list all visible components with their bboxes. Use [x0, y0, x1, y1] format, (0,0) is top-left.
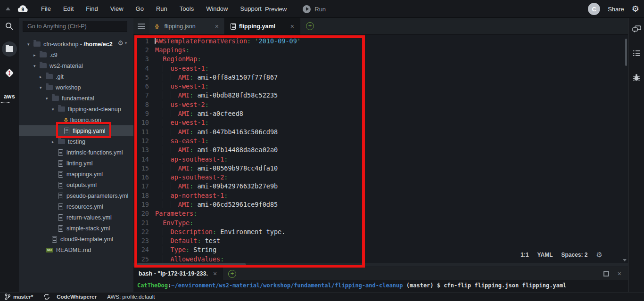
code-line-22[interactable]: 22 Description: Environment type.: [133, 227, 628, 236]
share-button[interactable]: Share: [608, 6, 624, 13]
tree-item-flipping-and-cleanup[interactable]: ▾flipping-and-cleanup: [19, 104, 133, 114]
tree-item-pseudo-parameters-yml[interactable]: pseudo-parameters.yml: [19, 190, 133, 201]
tree-item-c9[interactable]: ▸.c9: [19, 49, 133, 60]
code-line-13[interactable]: 13 AMI: ami-07b14488da8ea02a0: [133, 146, 628, 155]
code-line-11[interactable]: 11 AMI: ami-047bb4163c506cd98: [133, 127, 628, 136]
close-panel-icon[interactable]: ×: [618, 270, 621, 277]
collaborate-chat-icon[interactable]: [628, 25, 644, 33]
editor-settings-gear-icon[interactable]: ⚙: [596, 251, 603, 259]
cloud9-logo-icon[interactable]: 9: [17, 4, 28, 14]
new-tab-button[interactable]: +: [306, 22, 314, 30]
menu-tools[interactable]: Tools: [173, 0, 200, 18]
debugger-bug-icon[interactable]: [628, 73, 644, 81]
code-line-17[interactable]: 17 AMI: ami-09b42976632b27e9b: [133, 182, 628, 191]
tab-flipping-yaml[interactable]: flipping.yaml×: [225, 18, 300, 34]
chevron-down-icon[interactable]: ▾: [46, 96, 52, 101]
code-editor[interactable]: 1AWSTemplateFormatVersion: '2010-09-09'2…: [133, 35, 628, 263]
tree-item-simple-stack-yml[interactable]: simple-stack.yml: [19, 223, 133, 234]
menu-go[interactable]: Go: [130, 0, 150, 18]
file-explorer-icon[interactable]: [0, 41, 19, 57]
tree-item-flipping-yaml[interactable]: flipping.yaml: [19, 125, 133, 136]
code-line-9[interactable]: 9 AMI: ami-a0cfeed8: [133, 109, 628, 118]
codewhisperer-status[interactable]: CodeWhisperer: [43, 293, 97, 300]
git-branch-status[interactable]: master*: [5, 293, 33, 300]
code-line-15[interactable]: 15 AMI: ami-08569b978cc4dfa10: [133, 163, 628, 172]
tree-settings-gear-icon[interactable]: ⚙▾: [117, 39, 127, 47]
tab-flipping-json[interactable]: {}flipping.json×: [149, 18, 225, 34]
tree-item-intrinsic-functions-yml[interactable]: intrinsic-functions.yml: [19, 147, 133, 158]
code-line-7[interactable]: 7 AMI: ami-0bdb828fd58c52235: [133, 91, 628, 100]
close-icon[interactable]: ×: [208, 23, 219, 30]
indent-setting[interactable]: Spaces: 2: [561, 252, 588, 258]
chevron-right-icon[interactable]: ▸: [52, 139, 58, 144]
tree-item-git[interactable]: ▸.git: [19, 71, 133, 82]
avatar[interactable]: C: [588, 3, 600, 15]
collapse-menubar-icon[interactable]: [6, 7, 10, 10]
code-line-1[interactable]: 1AWSTemplateFormatVersion: '2010-09-09': [133, 36, 628, 45]
code-line-5[interactable]: 5 AMI: ami-0ff8a91507f77f867: [133, 73, 628, 81]
search-icon[interactable]: [0, 22, 19, 31]
chevron-down-icon[interactable]: ▾: [33, 64, 40, 68]
cursor-position[interactable]: 1:1: [520, 252, 528, 258]
chevron-right-icon[interactable]: ▸: [33, 53, 40, 57]
code-line-8[interactable]: 8 us-west-2:: [133, 100, 628, 109]
close-icon[interactable]: ×: [212, 270, 217, 277]
menu-support[interactable]: Support: [234, 0, 268, 18]
menu-window[interactable]: Window: [200, 0, 234, 18]
code-line-2[interactable]: 2Mappings:: [133, 45, 628, 54]
tree-item-testing[interactable]: ▸testing: [19, 136, 133, 147]
tree-item-mappings-yml[interactable]: mappings.yml: [19, 169, 133, 179]
menu-view[interactable]: View: [104, 0, 130, 18]
vertical-scrollbar[interactable]: [625, 39, 627, 66]
code-line-10[interactable]: 10 eu-west-1:: [133, 118, 628, 127]
code-line-23[interactable]: 23 Default: test: [133, 236, 628, 245]
horizontal-scrollbar-thumb[interactable]: [137, 263, 246, 266]
tree-item-cloud9-template-yml[interactable]: cloud9-template.yml: [19, 234, 133, 244]
code-line-6[interactable]: 6 us-west-1:: [133, 81, 628, 90]
preview-button[interactable]: Preview: [265, 6, 287, 13]
source-control-git-icon[interactable]: [0, 68, 19, 78]
horizontal-scrollbar[interactable]: [133, 263, 628, 267]
tab-list-menu-icon[interactable]: [133, 18, 149, 34]
code-line-3[interactable]: 3 RegionMap:: [133, 55, 628, 64]
chevron-down-icon[interactable]: ▾: [27, 42, 33, 47]
aws-toolkit-icon[interactable]: aws: [0, 93, 19, 100]
tree-item-outputs-yml[interactable]: outputs.yml: [19, 179, 133, 190]
code-line-16[interactable]: 16 ap-southeast-2:: [133, 172, 628, 181]
language-mode[interactable]: YAML: [537, 252, 553, 258]
terminal-output[interactable]: CatTheDog:~/environment/ws2-material/wor…: [133, 280, 628, 292]
code-line-14[interactable]: 14 ap-southeast-1:: [133, 155, 628, 163]
tree-item-ws2-material[interactable]: ▾ws2-material: [19, 60, 133, 71]
tree-item-flipping-json[interactable]: {}flipping.json: [19, 114, 133, 125]
outline-list-icon[interactable]: [628, 50, 644, 57]
menu-edit[interactable]: Edit: [57, 0, 80, 18]
code-line-19[interactable]: 19 AMI: ami-06cd52961ce9f0d85: [133, 200, 628, 209]
goto-anything-input[interactable]: Go to Anything (Ctrl-P): [23, 21, 127, 32]
tree-item-fundamental[interactable]: ▾fundamental: [19, 93, 133, 104]
menu-find[interactable]: Find: [80, 0, 104, 18]
chevron-right-icon[interactable]: ▸: [40, 74, 46, 79]
terminal-tab-bash[interactable]: bash - "ip-172-31-19-233. ×: [133, 267, 223, 280]
new-terminal-button[interactable]: +: [228, 270, 236, 278]
code-line-12[interactable]: 12 sa-east-1:: [133, 136, 628, 145]
tree-item-linting-yml[interactable]: linting.yml: [19, 158, 133, 169]
tree-item-workshop[interactable]: ▾workshop: [19, 82, 133, 93]
chevron-down-icon[interactable]: ▾: [52, 107, 58, 112]
close-icon[interactable]: ×: [284, 23, 294, 30]
run-button[interactable]: Run: [303, 5, 326, 13]
chevron-down-icon[interactable]: ▾: [40, 85, 46, 90]
code-line-4[interactable]: 4 us-east-1:: [133, 64, 628, 73]
scrollbar-down-arrow[interactable]: [623, 259, 627, 261]
code-line-21[interactable]: 21 EnvType:: [133, 218, 628, 227]
aws-profile-status[interactable]: AWS: profile:default: [107, 294, 155, 300]
tree-item-return-values-yml[interactable]: return-values.yml: [19, 212, 133, 223]
settings-gear-icon[interactable]: ⚙: [632, 5, 639, 13]
code-line-18[interactable]: 18 ap-northeast-1:: [133, 191, 628, 200]
tree-item-cfn-workshop-home-ec2[interactable]: ▾cfn-workshop - /home/ec2: [19, 39, 133, 49]
tree-item-readme-md[interactable]: MDREADME.md: [19, 244, 133, 255]
code-line-20[interactable]: 20Parameters:: [133, 209, 628, 218]
tree-item-resources-yml[interactable]: resources.yml: [19, 201, 133, 212]
menu-file[interactable]: File: [35, 0, 57, 18]
restore-panel-icon[interactable]: [603, 271, 609, 277]
menu-run[interactable]: Run: [150, 0, 173, 18]
